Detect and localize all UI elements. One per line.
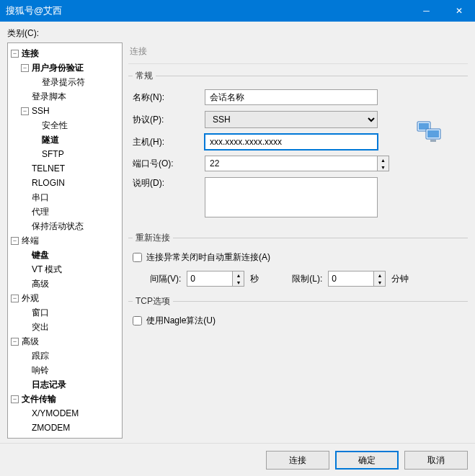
auto-reconnect-checkbox[interactable] bbox=[133, 253, 142, 262]
interval-label: 间隔(V): bbox=[150, 273, 181, 285]
tree-advanced[interactable]: 高级 bbox=[22, 334, 39, 349]
name-label: 名称(N): bbox=[133, 91, 205, 104]
tree-telnet[interactable]: TELNET bbox=[32, 161, 65, 176]
host-label: 主机(H): bbox=[133, 136, 205, 148]
port-label: 端口号(O): bbox=[133, 158, 205, 170]
desc-label: 说明(D): bbox=[133, 177, 205, 189]
min-label: 分钟 bbox=[391, 273, 409, 285]
tree-highlight[interactable]: 突出 bbox=[32, 320, 49, 334]
tree-user-auth[interactable]: 用户身份验证 bbox=[32, 60, 84, 75]
ok-button[interactable]: 确定 bbox=[335, 451, 399, 470]
reconnect-group: 重新连接 连接异常关闭时自动重新连接(A) 间隔(V): ▲▼ 秒 限制(L): bbox=[128, 232, 468, 291]
sec-label: 秒 bbox=[250, 273, 259, 285]
host-input[interactable] bbox=[205, 134, 378, 150]
collapse-icon[interactable]: − bbox=[11, 338, 19, 346]
limit-input[interactable] bbox=[328, 271, 374, 287]
collapse-icon[interactable]: − bbox=[11, 237, 19, 245]
auto-reconnect-label: 连接异常关闭时自动重新连接(A) bbox=[146, 251, 270, 264]
connect-button[interactable]: 连接 bbox=[266, 451, 329, 470]
collapse-icon[interactable]: − bbox=[11, 395, 19, 403]
protocol-label: 协议(P): bbox=[133, 114, 205, 126]
port-input[interactable] bbox=[205, 156, 378, 171]
tree-vt-mode[interactable]: VT 模式 bbox=[32, 262, 62, 277]
svg-rect-3 bbox=[427, 130, 439, 138]
limit-label: 限制(L): bbox=[292, 273, 322, 285]
tree-proxy[interactable]: 代理 bbox=[32, 205, 49, 219]
tcp-legend: TCP选项 bbox=[133, 295, 173, 307]
tree-sftp[interactable]: SFTP bbox=[42, 147, 64, 161]
spin-down-icon[interactable]: ▼ bbox=[374, 279, 385, 286]
category-tree[interactable]: −连接 −用户身份验证 登录提示符 登录脚本 −SSH 安全性 bbox=[7, 42, 123, 439]
nagle-label: 使用Nagle算法(U) bbox=[146, 315, 216, 327]
tree-keep-alive[interactable]: 保持活动状态 bbox=[32, 219, 84, 233]
collapse-icon[interactable]: − bbox=[11, 50, 19, 58]
tree-advanced-term[interactable]: 高级 bbox=[32, 277, 49, 291]
tree-appearance[interactable]: 外观 bbox=[22, 291, 39, 305]
nagle-checkbox[interactable] bbox=[133, 316, 142, 325]
protocol-select[interactable]: SSH bbox=[205, 111, 378, 128]
breadcrumb: 连接 bbox=[128, 42, 468, 64]
svg-rect-4 bbox=[430, 140, 436, 142]
minimize-button[interactable]: ─ bbox=[410, 0, 443, 22]
tree-terminal[interactable]: 终端 bbox=[22, 233, 39, 248]
tree-trace[interactable]: 跟踪 bbox=[32, 349, 49, 363]
tree-login-script[interactable]: 登录脚本 bbox=[32, 89, 66, 104]
tree-log[interactable]: 日志记录 bbox=[32, 377, 66, 392]
window-title: 搜狐号@艾西 bbox=[6, 4, 410, 17]
dialog-footer: 连接 确定 取消 bbox=[0, 443, 475, 476]
spin-up-icon[interactable]: ▲ bbox=[233, 271, 244, 279]
general-group: 常规 名称(N): 协议(P): SSH 主机(H): 端口号(O): bbox=[128, 70, 468, 228]
collapse-icon[interactable]: − bbox=[21, 107, 29, 115]
spin-up-icon[interactable]: ▲ bbox=[378, 156, 389, 163]
tree-window[interactable]: 窗口 bbox=[32, 305, 49, 320]
cancel-button[interactable]: 取消 bbox=[404, 451, 468, 470]
tree-serial[interactable]: 串口 bbox=[32, 190, 49, 205]
tree-keyboard[interactable]: 键盘 bbox=[32, 248, 49, 262]
computers-icon bbox=[416, 120, 442, 145]
tree-rlogin[interactable]: RLOGIN bbox=[32, 176, 65, 190]
close-button[interactable]: ✕ bbox=[443, 0, 475, 22]
desc-textarea[interactable] bbox=[205, 177, 378, 217]
general-legend: 常规 bbox=[133, 70, 156, 82]
reconnect-legend: 重新连接 bbox=[133, 232, 173, 244]
tree-login-prompt[interactable]: 登录提示符 bbox=[42, 75, 85, 89]
tree-ssh[interactable]: SSH bbox=[32, 104, 50, 118]
spin-up-icon[interactable]: ▲ bbox=[374, 271, 385, 279]
tree-tunnel[interactable]: 隧道 bbox=[42, 133, 59, 147]
spin-down-icon[interactable]: ▼ bbox=[233, 279, 244, 286]
tree-security[interactable]: 安全性 bbox=[42, 118, 68, 133]
tree-xymodem[interactable]: X/YMODEM bbox=[32, 406, 79, 421]
tree-connection[interactable]: 连接 bbox=[22, 46, 39, 60]
tree-file-transfer[interactable]: 文件传输 bbox=[22, 392, 56, 406]
tree-zmodem[interactable]: ZMODEM bbox=[32, 421, 70, 435]
collapse-icon[interactable]: − bbox=[11, 295, 19, 302]
titlebar: 搜狐号@艾西 ─ ✕ bbox=[0, 0, 475, 22]
name-input[interactable] bbox=[205, 89, 378, 105]
collapse-icon[interactable]: − bbox=[21, 64, 29, 72]
tcp-group: TCP选项 使用Nagle算法(U) bbox=[128, 295, 468, 338]
interval-input[interactable] bbox=[187, 271, 233, 287]
spin-down-icon[interactable]: ▼ bbox=[378, 163, 389, 171]
category-label: 类别(C): bbox=[0, 22, 475, 42]
tree-bell[interactable]: 响铃 bbox=[32, 363, 49, 377]
